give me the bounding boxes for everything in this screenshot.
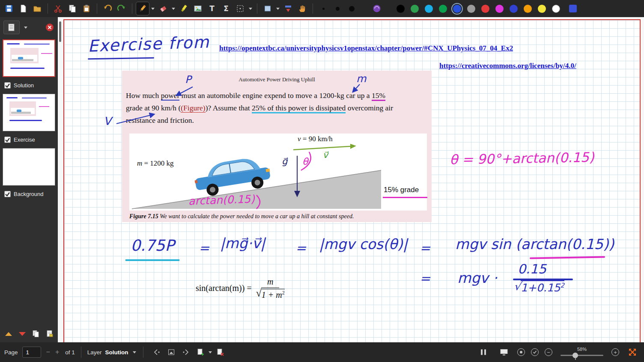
preview-layout-button[interactable] bbox=[3, 21, 20, 34]
page-number-input[interactable]: 1 bbox=[22, 347, 41, 358]
duplicate-page-button[interactable] bbox=[31, 329, 41, 339]
color-picker-button[interactable] bbox=[566, 2, 579, 15]
layer-thumbnail-solution[interactable] bbox=[3, 94, 55, 131]
previous-annotated-page-button[interactable] bbox=[151, 347, 162, 357]
swatch-blue[interactable] bbox=[453, 5, 461, 13]
zoom-slider-track[interactable] bbox=[561, 355, 603, 356]
page-thumbnail-current[interactable] bbox=[3, 39, 55, 77]
text-tool-icon: T bbox=[209, 4, 215, 13]
close-sidebar-button[interactable] bbox=[45, 23, 54, 32]
vertical-space-icon bbox=[283, 4, 293, 13]
problem-line-3: resistance and friction. bbox=[126, 116, 194, 125]
add-page-button[interactable] bbox=[195, 347, 206, 357]
fullscreen-button[interactable] bbox=[627, 347, 638, 357]
selection-tool-button[interactable] bbox=[234, 2, 247, 15]
swatch-dark-green[interactable] bbox=[439, 5, 447, 13]
zoom-slider[interactable] bbox=[561, 352, 603, 358]
page-increment-button[interactable]: + bbox=[55, 348, 59, 356]
math-tex-tool-button[interactable]: Σ bbox=[220, 2, 233, 15]
swatch-royal-blue[interactable] bbox=[510, 5, 518, 13]
shape-dropdown-chevron[interactable] bbox=[276, 8, 280, 10]
fill-style-button[interactable] bbox=[370, 2, 383, 15]
undo-button[interactable] bbox=[101, 2, 114, 15]
layer-thumbnail-background[interactable] bbox=[3, 148, 55, 186]
canvas-area[interactable]: Exercise from https://opentextbc.ca/univ… bbox=[58, 17, 644, 342]
thumb-title-stroke bbox=[6, 97, 18, 98]
hand-icon bbox=[298, 4, 307, 13]
statusbar-separator bbox=[81, 347, 81, 358]
swatch-green[interactable] bbox=[411, 5, 419, 13]
theta-label: θ bbox=[302, 156, 308, 167]
layer-dropdown-chevron[interactable] bbox=[133, 351, 136, 353]
velocity-vector-label: v⃗ bbox=[323, 150, 328, 160]
solution-term-2: |mgv cos(θ)| bbox=[319, 236, 408, 252]
save-button[interactable] bbox=[3, 2, 15, 15]
source-url-link[interactable]: https://opentextbc.ca/universityphysicsv… bbox=[219, 44, 513, 53]
pen-size-medium-button[interactable] bbox=[331, 2, 344, 15]
new-document-button[interactable] bbox=[17, 2, 30, 15]
swatch-black[interactable] bbox=[397, 5, 405, 13]
open-file-button[interactable] bbox=[31, 2, 44, 15]
solution-lhs: 0.75P bbox=[131, 237, 174, 254]
typeset-identity: sin(arctan(m)) = m √1 + m2 bbox=[196, 277, 285, 300]
pen-size-fine-button[interactable] bbox=[317, 2, 330, 15]
swatch-orange[interactable] bbox=[524, 5, 532, 13]
zoom-in-button[interactable]: + bbox=[611, 348, 619, 356]
copy-button[interactable] bbox=[66, 2, 79, 15]
swatch-red[interactable] bbox=[481, 5, 489, 13]
arctan-annotation: arctan(0.15) bbox=[188, 193, 255, 207]
math-tool-icon: Σ bbox=[224, 4, 229, 13]
selection-dropdown-chevron[interactable] bbox=[249, 8, 252, 10]
annotation-velocity: V bbox=[104, 115, 111, 128]
hand-tool-button[interactable] bbox=[296, 2, 309, 15]
swatch-white[interactable] bbox=[552, 5, 560, 13]
delete-page-button[interactable] bbox=[215, 347, 226, 357]
eraser-dropdown-chevron[interactable] bbox=[172, 8, 175, 10]
scroll-up-button[interactable] bbox=[3, 329, 13, 339]
preview-layout-dropdown[interactable] bbox=[24, 27, 27, 29]
redo-button[interactable] bbox=[115, 2, 128, 15]
swatch-yellow[interactable] bbox=[538, 5, 546, 13]
shape-tool-button[interactable] bbox=[261, 2, 274, 15]
sidebar: Solution Exercise bbox=[0, 17, 58, 342]
pen-dropdown-chevron[interactable] bbox=[151, 8, 155, 10]
solution-checkbox[interactable] bbox=[4, 82, 11, 89]
layer-toggle-exercise[interactable]: Exercise bbox=[0, 131, 58, 145]
figure-link[interactable]: (Figure) bbox=[181, 104, 205, 113]
thumb-equation-stroke bbox=[9, 120, 42, 121]
swatch-light-blue[interactable] bbox=[425, 5, 433, 13]
swatch-gray[interactable] bbox=[467, 5, 475, 13]
vertical-space-tool-button[interactable] bbox=[282, 2, 295, 15]
title-underline-stroke bbox=[88, 57, 154, 60]
pen-tool-button[interactable] bbox=[136, 2, 149, 15]
next-annotated-page-button[interactable] bbox=[180, 347, 191, 357]
zoom-fit-button[interactable] bbox=[517, 348, 525, 356]
highlighter-tool-button[interactable] bbox=[177, 2, 190, 15]
background-checkbox[interactable] bbox=[4, 191, 11, 197]
medium-dot-icon bbox=[336, 7, 340, 11]
swatch-magenta[interactable] bbox=[495, 5, 504, 13]
layer-toggle-background[interactable]: Background bbox=[0, 186, 58, 200]
paired-pages-button[interactable] bbox=[478, 347, 489, 357]
zoom-out-button[interactable]: − bbox=[545, 348, 552, 356]
document-page[interactable]: Exercise from https://opentextbc.ca/univ… bbox=[63, 19, 641, 342]
cut-button[interactable] bbox=[52, 2, 65, 15]
identity-fraction: m √1 + m2 bbox=[256, 277, 285, 300]
text-tool-button[interactable]: T bbox=[206, 2, 218, 15]
exercise-checkbox[interactable] bbox=[4, 136, 11, 143]
pen-size-thick-button[interactable] bbox=[345, 2, 358, 15]
license-url-link[interactable]: https://creativecommons.org/licenses/by/… bbox=[439, 62, 576, 70]
gravity-vector-label: g⃗ bbox=[282, 156, 287, 166]
page-template-button[interactable] bbox=[166, 347, 177, 357]
presentation-mode-button[interactable] bbox=[498, 347, 510, 357]
paste-button[interactable] bbox=[80, 2, 93, 15]
canvas-scrollbar[interactable] bbox=[59, 21, 61, 42]
layer-toggle-solution[interactable]: Solution bbox=[0, 77, 58, 91]
scroll-down-button[interactable] bbox=[17, 329, 27, 339]
page-decrement-button[interactable]: − bbox=[46, 348, 50, 356]
eraser-tool-button[interactable] bbox=[157, 2, 170, 15]
zoom-100-button[interactable] bbox=[531, 348, 539, 356]
insert-image-button[interactable] bbox=[191, 2, 204, 15]
page-settings-button[interactable] bbox=[45, 329, 54, 339]
add-page-dropdown-chevron[interactable] bbox=[209, 351, 212, 353]
